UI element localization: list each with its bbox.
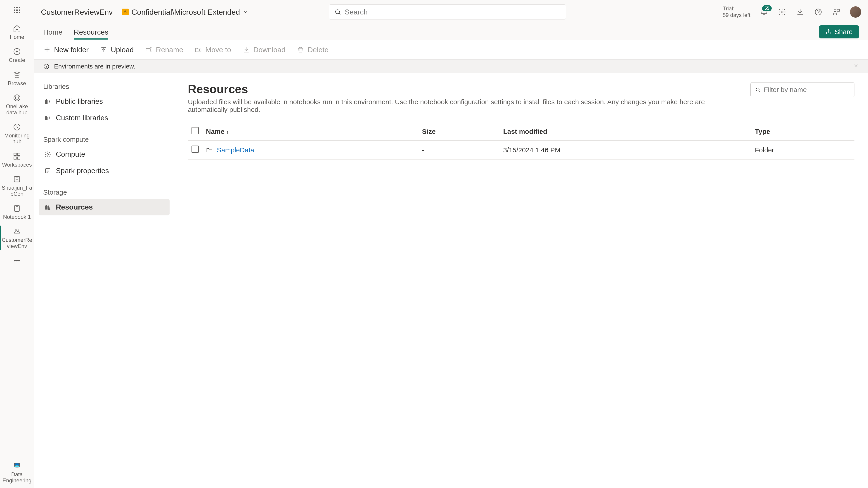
page-description: Uploaded files will be available in note… <box>188 98 744 113</box>
sensitivity-label: Confidential\Microsoft Extended <box>131 8 240 17</box>
row-checkbox[interactable] <box>191 145 199 153</box>
feedback-button[interactable] <box>832 7 841 17</box>
rail-onelake-label: OneLake data hub <box>1 103 33 116</box>
environment-name: CustomerReviewEnv <box>41 8 113 17</box>
rail-home-label: Home <box>10 34 24 40</box>
sidebar-spark-title: Spark compute <box>39 133 169 146</box>
svg-point-19 <box>47 154 49 155</box>
new-folder-label: New folder <box>54 46 89 54</box>
info-icon <box>43 63 50 70</box>
gear-small-icon <box>44 151 51 158</box>
rail-data-engineering[interactable]: Data Engineering <box>0 458 34 488</box>
col-select <box>188 123 203 140</box>
left-nav-rail: Home Create Browse OneLake data hub Moni… <box>0 0 34 488</box>
sidebar-compute-label: Compute <box>56 150 85 158</box>
col-type[interactable]: Type <box>751 123 855 140</box>
environment-icon <box>12 227 22 236</box>
resources-pane: Resources Uploaded files will be availab… <box>174 73 868 488</box>
share-label: Share <box>835 28 852 36</box>
sensitivity-badge-icon <box>122 9 129 15</box>
rail-notebook1-label: Notebook 1 <box>3 214 31 220</box>
onelake-icon <box>12 93 22 103</box>
sort-asc-icon: ↑ <box>226 129 229 135</box>
col-size[interactable]: Size <box>418 123 500 140</box>
svg-rect-8 <box>15 205 20 212</box>
rail-monitoring-label: Monitoring hub <box>1 133 33 145</box>
sidebar-custom-libraries[interactable]: Custom libraries <box>39 110 169 126</box>
person-feedback-icon <box>832 8 840 16</box>
rail-browse[interactable]: Browse <box>0 67 34 90</box>
svg-point-21 <box>756 88 759 91</box>
waffle-menu[interactable] <box>0 2 34 20</box>
select-all-checkbox[interactable] <box>191 127 199 134</box>
page-tabs: Home Resources Share <box>34 24 868 40</box>
notification-badge: 55 <box>762 5 772 11</box>
rail-create[interactable]: Create <box>0 43 34 66</box>
filter-input[interactable] <box>764 86 850 94</box>
svg-point-13 <box>336 10 340 14</box>
download-button[interactable] <box>796 7 805 17</box>
upload-label: Upload <box>111 46 134 54</box>
rail-onelake[interactable]: OneLake data hub <box>0 90 34 119</box>
ellipsis-icon <box>12 256 22 265</box>
svg-point-10 <box>17 260 18 261</box>
rail-notebook1[interactable]: Notebook 1 <box>0 200 34 223</box>
rail-shuaijun[interactable]: Shuaijun_FabCon <box>0 171 34 200</box>
rail-workspaces[interactable]: Workspaces <box>0 148 34 171</box>
new-folder-button[interactable]: New folder <box>43 46 89 54</box>
rename-button: Rename <box>145 46 183 54</box>
sidebar-spark-properties[interactable]: Spark properties <box>39 163 169 179</box>
filter-by-name[interactable] <box>750 82 855 97</box>
share-button[interactable]: Share <box>819 25 859 38</box>
item-name-link[interactable]: SampleData <box>217 146 254 154</box>
library-custom-icon <box>44 115 51 122</box>
col-modified[interactable]: Last modified <box>499 123 751 140</box>
banner-text: Environments are in preview. <box>54 63 135 70</box>
move-to-label: Move to <box>205 46 231 54</box>
trash-icon <box>297 46 304 54</box>
command-toolbar: New folder Upload Rename Move to Downloa… <box>34 40 868 60</box>
help-button[interactable] <box>814 7 823 17</box>
sidebar-public-libraries[interactable]: Public libraries <box>39 93 169 110</box>
tab-home[interactable]: Home <box>43 28 62 39</box>
svg-rect-12 <box>124 12 126 13</box>
sidebar-resources[interactable]: Resources <box>39 199 169 216</box>
rail-monitoring[interactable]: Monitoring hub <box>0 119 34 148</box>
notifications-button[interactable]: 55 <box>760 7 769 17</box>
search-icon <box>755 87 761 93</box>
sidebar-compute[interactable]: Compute <box>39 146 169 163</box>
rail-workspaces-label: Workspaces <box>2 162 32 168</box>
settings-button[interactable] <box>778 7 786 17</box>
sidebar-resources-label: Resources <box>56 203 93 212</box>
library-icon <box>44 98 51 105</box>
top-bar: CustomerReviewEnv Confidential\Microsoft… <box>34 0 868 24</box>
global-search[interactable] <box>329 4 566 20</box>
delete-button: Delete <box>297 46 329 54</box>
rail-more[interactable] <box>0 253 34 270</box>
download-tool-label: Download <box>253 46 285 54</box>
help-icon <box>814 8 822 16</box>
rail-create-label: Create <box>9 57 25 63</box>
notebook-icon <box>12 204 22 213</box>
workspace-item-icon <box>12 174 22 184</box>
user-avatar[interactable] <box>850 6 861 18</box>
banner-close-button[interactable] <box>853 63 859 70</box>
properties-icon <box>44 167 51 174</box>
search-input[interactable] <box>345 8 560 16</box>
col-size-label: Size <box>422 128 436 135</box>
rail-customer-env[interactable]: CustomerReviewEnv <box>0 223 34 253</box>
tab-resources[interactable]: Resources <box>74 28 108 39</box>
col-name[interactable]: Name↑ <box>203 123 418 140</box>
table-row[interactable]: SampleData - 3/15/2024 1:46 PM Folder <box>188 140 855 160</box>
trial-status: Trial: 59 days left <box>723 5 750 19</box>
rail-home[interactable]: Home <box>0 20 34 43</box>
download-tool-button: Download <box>242 46 285 54</box>
gear-icon <box>778 8 786 16</box>
home-icon <box>12 24 22 33</box>
data-engineering-icon <box>12 461 22 470</box>
download-tool-icon <box>242 46 250 54</box>
upload-button[interactable]: Upload <box>100 46 134 54</box>
sensitivity-dropdown[interactable]: Confidential\Microsoft Extended <box>122 8 248 17</box>
item-modified: 3/15/2024 1:46 PM <box>499 140 751 160</box>
svg-point-9 <box>14 260 16 261</box>
